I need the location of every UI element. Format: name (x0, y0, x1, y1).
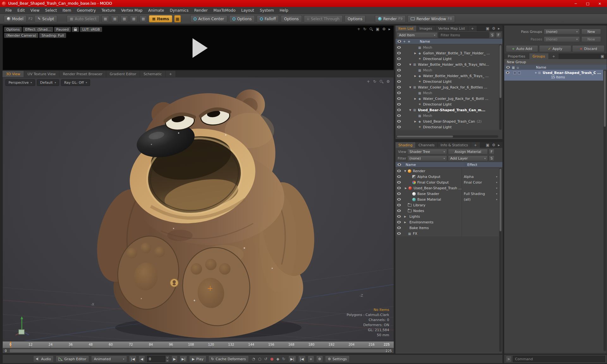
visibility-eye-icon[interactable] (397, 58, 401, 60)
selected-group-row[interactable]: + ⊞ Used_Bear-Shaped_Trash_C ... 15 Item… (504, 70, 603, 81)
effect-dropdown-icon[interactable]: ▾ (496, 187, 497, 190)
scroll-thumb[interactable] (604, 70, 606, 127)
selection-mode-polygons-button[interactable]: ▦ (120, 15, 128, 22)
preview-camera-button[interactable]: (Render Camera) (4, 33, 38, 38)
visibility-eye-icon[interactable] (397, 198, 401, 201)
group-checkbox[interactable] (513, 71, 516, 74)
shading-tab-channels[interactable]: Channels (416, 142, 438, 148)
pass-groups-dropdown[interactable]: (none)▾ (544, 29, 580, 34)
visibility-eye-icon[interactable] (397, 52, 401, 54)
visibility-eye-icon[interactable] (397, 46, 401, 49)
visibility-eye-icon[interactable] (397, 114, 401, 117)
viewport-tab-plus[interactable]: + (166, 71, 176, 77)
panel-menu-icon[interactable]: ▸ (389, 27, 390, 31)
item-row[interactable]: ▦Mesh (395, 113, 499, 118)
visibility-eye-icon[interactable] (397, 75, 401, 77)
expand-arrow-icon[interactable]: ▶ (404, 187, 408, 190)
shader-row[interactable]: ▦FX (395, 231, 499, 236)
audio-button[interactable]: Audio (33, 355, 54, 362)
auto-select-button[interactable]: ▦Auto Select (67, 15, 100, 22)
itemlist-tab-images[interactable]: Images (417, 26, 435, 31)
menu-item-maxtomodo[interactable]: MaxToModo (211, 8, 238, 13)
gear-icon[interactable]: ⚙ (492, 27, 495, 30)
panel-menu-icon[interactable]: ▸ (498, 143, 500, 147)
menu-item-render[interactable]: Render (191, 8, 211, 13)
item-row[interactable]: ☀Directional Light (395, 124, 499, 130)
prev-key-button[interactable]: |◀ (298, 355, 306, 362)
item-row[interactable]: ▶◈Water_Cooler_Jug_Rack_for_6_Bottl ... (395, 96, 499, 101)
groups-tree-empty-area[interactable] (504, 81, 603, 352)
shading-s-button[interactable]: S (489, 155, 494, 161)
step-back-button[interactable]: ◀ (138, 355, 145, 362)
spin-down-icon[interactable]: ▾ (165, 359, 169, 362)
shader-row[interactable]: Library (395, 202, 499, 208)
menu-item-select[interactable]: Select (42, 8, 60, 13)
visibility-eye-icon[interactable] (397, 227, 401, 229)
selection-mode-edges-button[interactable]: ▦ (111, 15, 119, 22)
next-key-button[interactable]: ▶| (288, 355, 296, 362)
raygl-dropdown[interactable]: Ray GL: Off▾ (61, 79, 90, 86)
search-toggle-button[interactable]: S (490, 32, 495, 38)
preview-lock-button[interactable] (72, 27, 79, 32)
visibility-eye-icon[interactable] (397, 103, 401, 106)
sculpt-layout-button[interactable]: ✎Sculpt (34, 15, 57, 22)
expand-arrow-icon[interactable]: ▼ (408, 63, 412, 66)
rightpanel-tab-plus[interactable]: + (549, 53, 559, 59)
viewport-tab-uv-texture-view[interactable]: UV Texture View (24, 71, 59, 77)
effect-dropdown-icon[interactable]: ▾ (496, 198, 497, 201)
expand-arrow-icon[interactable]: ▼ (408, 86, 412, 89)
visibility-eye-icon[interactable] (397, 192, 401, 195)
animated-dropdown[interactable]: Animated▾ (91, 355, 127, 362)
scroll-thumb[interactable] (397, 136, 453, 137)
command-input[interactable] (513, 356, 605, 362)
item-row[interactable]: ▶◈Water_Bottle_Holder_with_6_Trays_ ... (395, 73, 499, 79)
shader-row[interactable]: Base Material(all)▾ (395, 197, 499, 202)
timeline-ruler[interactable]: 0122436486072849610812013214415616818019… (3, 341, 394, 348)
select-through-button[interactable]: ▫Select Through (304, 15, 343, 22)
visibility-eye-icon[interactable] (397, 209, 401, 212)
filter-items-input[interactable] (438, 32, 489, 38)
expand-arrow-icon[interactable]: ▶ (413, 120, 417, 123)
visibility-eye-icon[interactable] (397, 187, 401, 189)
expand-icon[interactable]: ▣ (486, 143, 489, 147)
discard-button[interactable]: ×Discard (572, 45, 604, 52)
effect-dropdown-icon[interactable]: ▾ (496, 175, 497, 178)
visibility-eye-icon[interactable] (397, 181, 401, 184)
visibility-eye-icon[interactable] (397, 170, 401, 172)
menu-item-help[interactable]: Help (277, 8, 291, 13)
step-forward-button[interactable]: ▶ (171, 355, 178, 362)
item-row[interactable]: ☀Directional Light (395, 56, 499, 62)
item-row[interactable]: ▦Mesh (395, 45, 499, 50)
new-group-button[interactable]: New Group (504, 59, 607, 65)
spin-up-icon[interactable]: ▴ (165, 356, 169, 359)
shader-row[interactable]: Nodes (395, 208, 499, 214)
action-center-button[interactable]: Action Center (190, 15, 227, 22)
viewport-3d[interactable]: Perspective▾ Default▾ Ray GL: Off▾ +↻⚙ -… (3, 77, 394, 341)
preview-effect-button[interactable]: Effect: (Shad... (23, 27, 53, 32)
jump-to-end-button[interactable]: ▶| (180, 355, 187, 362)
filter-toggle-button[interactable]: F (496, 32, 501, 38)
gear-icon[interactable]: ⚙ (382, 27, 386, 31)
item-row[interactable]: ☀Directional Light (395, 101, 499, 107)
zoom-icon[interactable] (379, 80, 383, 83)
add-layer-dropdown[interactable]: Add Layer▾ (448, 155, 488, 161)
item-row[interactable]: ▶◈Gallon_Water_Bottle_3_Tier_Holder_ ... (395, 50, 499, 56)
expand-arrow-icon[interactable]: ▶ (403, 215, 407, 218)
preview-lut-button[interactable]: LUT: sRGB (80, 27, 102, 32)
maximize-button[interactable]: □ (582, 1, 593, 6)
visibility-eye-icon[interactable] (397, 120, 401, 123)
rightpanel-tab-properties[interactable]: Properties (504, 53, 529, 59)
rotate-icon[interactable]: ↻ (373, 80, 376, 83)
close-button[interactable]: × (594, 1, 605, 6)
shader-tree-dropdown[interactable]: Shader Tree▾ (407, 149, 447, 155)
scroll-thumb[interactable] (500, 169, 501, 231)
passes-dropdown[interactable]: (none)▾ (544, 36, 580, 42)
gear-icon[interactable]: ⚙ (386, 80, 390, 83)
cache-deformers-button[interactable]: ↻Cache Deformers (208, 355, 249, 362)
scroll-thumb[interactable] (500, 45, 501, 98)
viewport-tab-schematic[interactable]: Schematic (140, 71, 166, 77)
visibility-eye-icon[interactable] (397, 86, 401, 88)
rightpanel-tab-groups[interactable]: Groups (529, 53, 549, 59)
group-checkbox[interactable] (518, 71, 521, 74)
item-row[interactable]: ▦Mesh (395, 67, 499, 73)
